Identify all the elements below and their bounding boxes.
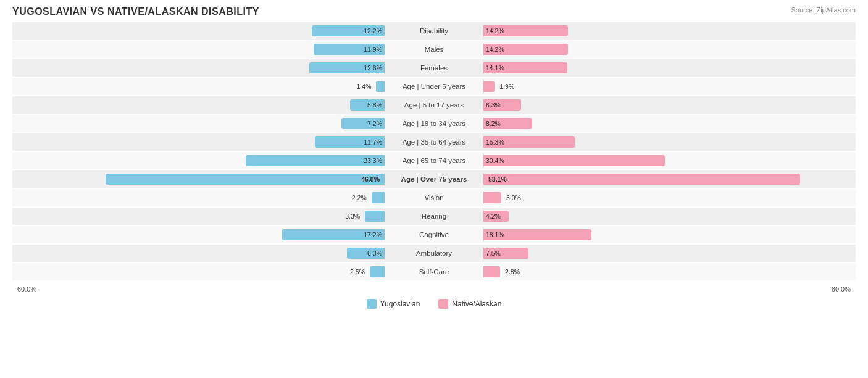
bar-row: 11.7% Age | 35 to 64 years 15.3% [12, 133, 856, 151]
bar-row: 3.3% Hearing 4.2% [12, 208, 856, 225]
legend-item-native: Native/Alaskan [438, 299, 501, 309]
bar-row: 12.6% Females 14.1% [12, 59, 856, 77]
bar-row: 7.2% Age | 18 to 34 years 8.2% [12, 115, 856, 132]
chart-title: YUGOSLAVIAN VS NATIVE/ALASKAN DISABILITY [12, 6, 856, 17]
source-text: Source: ZipAtlas.com [791, 6, 856, 14]
bar-row: 46.8% Age | Over 75 years 53.1% [12, 170, 856, 188]
bar-row: 11.9% Males 14.2% [12, 41, 856, 58]
axis-right: 60.0% [832, 285, 851, 293]
legend: Yugoslavian Native/Alaskan [12, 299, 856, 309]
bar-row: 12.2% Disability 14.2% [12, 22, 856, 40]
axis-row: 60.0% 60.0% [12, 283, 856, 295]
bar-row: 17.2% Cognitive 18.1% [12, 226, 856, 243]
bar-row: 2.2% Vision 3.0% [12, 189, 856, 206]
chart-container: YUGOSLAVIAN VS NATIVE/ALASKAN DISABILITY… [12, 6, 856, 309]
bar-row: 5.8% Age | 5 to 17 years 6.3% [12, 96, 856, 114]
bar-row: 6.3% Ambulatory 7.5% [12, 245, 856, 262]
legend-label-native: Native/Alaskan [452, 300, 501, 308]
bar-row: 1.4% Age | Under 5 years 1.9% [12, 78, 856, 95]
bar-row: 23.3% Age | 65 to 74 years 30.4% [12, 152, 856, 169]
legend-label-yugoslavian: Yugoslavian [380, 300, 420, 308]
legend-box-yugoslavian [367, 299, 377, 309]
chart-area: 12.2% Disability 14.2% 11.9% Males [12, 22, 856, 280]
legend-item-yugoslavian: Yugoslavian [367, 299, 420, 309]
bar-row: 2.5% Self-Care 2.8% [12, 263, 856, 280]
axis-left: 60.0% [17, 285, 36, 293]
legend-box-native [438, 299, 448, 309]
